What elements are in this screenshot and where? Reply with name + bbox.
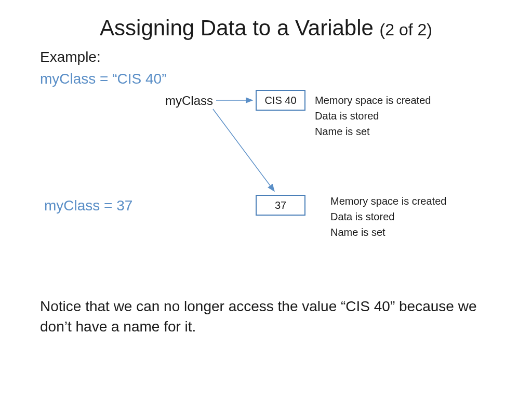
notes2-line2: Data is stored [330, 209, 446, 224]
notes2-line3: Name is set [330, 224, 446, 240]
notes1-line1: Memory space is created [315, 92, 431, 108]
memory-box-1: CIS 40 [256, 90, 305, 111]
variable-name-label: myClass [165, 94, 213, 108]
memory-box-1-value: CIS 40 [264, 95, 296, 107]
example-label: Example: [40, 49, 101, 65]
notes1-line3: Name is set [315, 124, 431, 139]
memory-box-2-value: 37 [275, 200, 286, 211]
footer-note: Notice that we can no longer access the … [40, 296, 492, 337]
code-assignment-1: myClass = “CIS 40” [40, 71, 167, 87]
title-sub: (2 of 2) [380, 20, 432, 39]
memory-box-2: 37 [256, 195, 305, 216]
slide-title: Assigning Data to a Variable (2 of 2) [0, 16, 532, 41]
code-assignment-2: myClass = 37 [44, 197, 132, 214]
notes2-line1: Memory space is created [330, 193, 446, 209]
notes-block-1: Memory space is created Data is stored N… [315, 92, 431, 139]
arrow-to-box2-icon [213, 109, 274, 191]
notes1-line2: Data is stored [315, 108, 431, 124]
title-main: Assigning Data to a Variable [100, 16, 374, 40]
notes-block-2: Memory space is created Data is stored N… [330, 193, 446, 240]
